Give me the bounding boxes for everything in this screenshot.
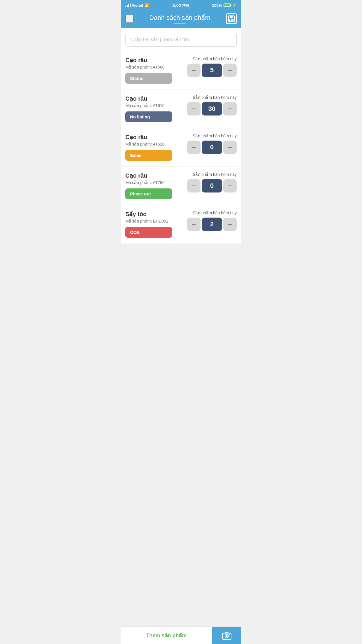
- product-code-4: Mã sản phẩm: BHD002: [125, 219, 187, 223]
- decrement-button-0[interactable]: −: [187, 64, 201, 77]
- product-code-1: Mã sản phẩm: AT610: [125, 103, 187, 108]
- search-container: [121, 28, 241, 51]
- page-title: Danh sách sản phẩm: [149, 14, 210, 22]
- product-left-0: Cạo râu Mã sản phẩm: AT600 Status Status…: [125, 57, 187, 84]
- carrier-label: Viettel: [132, 3, 143, 8]
- product-right-4: Sản phẩm bán hôm nay − 2 +: [187, 211, 237, 231]
- counter-label-4: Sản phẩm bán hôm nay: [193, 211, 237, 215]
- product-right-3: Sản phẩm bán hôm nay − 0 +: [187, 172, 237, 192]
- main-content: Cạo râu Mã sản phẩm: AT600 Status Status…: [121, 28, 241, 261]
- product-item: Cạo râu Mã sản phẩm: AT750 Phase out Sta…: [121, 167, 241, 205]
- header-underline: [174, 23, 186, 24]
- battery-percentage: 100%: [212, 3, 222, 8]
- product-left-3: Cạo râu Mã sản phẩm: AT750 Phase out Sta…: [125, 172, 187, 199]
- status-dropdown-4[interactable]: OOS Status No listing Sales Phase out OO…: [125, 227, 172, 238]
- decrement-button-1[interactable]: −: [187, 102, 201, 116]
- counter-label-1: Sản phẩm bán hôm nay: [193, 95, 237, 100]
- counter-control-2: − 0 +: [187, 141, 237, 154]
- product-name-3: Cạo râu: [125, 172, 187, 179]
- status-bar-left: Viettel 📶: [125, 3, 149, 8]
- increment-button-2[interactable]: +: [223, 141, 237, 154]
- product-right-2: Sản phẩm bán hôm nay − 0 +: [187, 134, 237, 154]
- header-title-block: Danh sách sản phẩm: [149, 14, 210, 24]
- product-left-2: Cạo râu Mã sản phẩm: AT620 Sales Status …: [125, 134, 187, 161]
- product-right-1: Sản phẩm bán hôm nay − 30 +: [187, 95, 237, 116]
- product-right-0: Sản phẩm bán hôm nay − 5 +: [187, 57, 237, 77]
- header: ← Danh sách sản phẩm: [121, 10, 241, 28]
- charging-icon: ⚡: [232, 3, 237, 7]
- counter-value-2: 0: [202, 141, 222, 154]
- product-item: Cạo râu Mã sản phẩm: AT610 No listing St…: [121, 90, 241, 128]
- counter-label-2: Sản phẩm bán hôm nay: [193, 134, 237, 138]
- counter-label-0: Sản phẩm bán hôm nay: [193, 57, 237, 61]
- counter-value-1: 30: [202, 102, 222, 116]
- product-code-3: Mã sản phẩm: AT750: [125, 180, 187, 185]
- product-item: Cạo râu Mã sản phẩm: AT620 Sales Status …: [121, 128, 241, 167]
- counter-value-3: 0: [202, 179, 222, 192]
- decrement-button-4[interactable]: −: [187, 218, 201, 231]
- decrement-button-3[interactable]: −: [187, 179, 201, 192]
- product-left-4: Sấy tóc Mã sản phẩm: BHD002 OOS Status N…: [125, 211, 187, 238]
- counter-value-4: 2: [202, 218, 222, 231]
- product-code-0: Mã sản phẩm: AT600: [125, 65, 187, 69]
- back-button[interactable]: ←: [125, 15, 133, 23]
- decrement-button-2[interactable]: −: [187, 141, 201, 154]
- product-name-1: Cạo râu: [125, 95, 187, 102]
- counter-control-4: − 2 +: [187, 218, 237, 231]
- increment-button-4[interactable]: +: [223, 218, 237, 231]
- status-dropdown-1[interactable]: No listing Status No listing Sales Phase…: [125, 111, 172, 122]
- product-name-2: Cạo râu: [125, 134, 187, 141]
- svg-rect-1: [230, 16, 233, 18]
- status-dropdown-0[interactable]: Status Status No listing Sales Phase out…: [125, 73, 172, 84]
- wifi-icon: 📶: [144, 3, 149, 8]
- status-bar-right: 100% ⚡: [212, 3, 237, 8]
- status-dropdown-3[interactable]: Phase out Status No listing Sales Phase …: [125, 188, 172, 199]
- signal-icon: [125, 3, 131, 7]
- counter-control-3: − 0 +: [187, 179, 237, 192]
- save-button[interactable]: [226, 13, 237, 24]
- search-input[interactable]: [125, 33, 237, 47]
- product-list: Cạo râu Mã sản phẩm: AT600 Status Status…: [121, 51, 241, 244]
- battery-icon: [224, 4, 231, 7]
- status-bar-time: 5:02 PM: [172, 3, 189, 8]
- increment-button-3[interactable]: +: [223, 179, 237, 192]
- status-bar: Viettel 📶 5:02 PM 100% ⚡: [121, 0, 241, 10]
- save-icon: [228, 15, 235, 22]
- product-name-4: Sấy tóc: [125, 211, 187, 218]
- product-name-0: Cạo râu: [125, 57, 187, 64]
- counter-value-0: 5: [202, 64, 222, 77]
- product-left-1: Cạo râu Mã sản phẩm: AT610 No listing St…: [125, 95, 187, 122]
- product-code-2: Mã sản phẩm: AT620: [125, 142, 187, 146]
- increment-button-1[interactable]: +: [223, 102, 237, 116]
- product-item: Sấy tóc Mã sản phẩm: BHD002 OOS Status N…: [121, 205, 241, 244]
- counter-control-0: − 5 +: [187, 64, 237, 77]
- counter-control-1: − 30 +: [187, 102, 237, 116]
- counter-label-3: Sản phẩm bán hôm nay: [193, 172, 237, 177]
- product-item: Cạo râu Mã sản phẩm: AT600 Status Status…: [121, 51, 241, 90]
- status-dropdown-2[interactable]: Sales Status No listing Sales Phase out …: [125, 150, 172, 161]
- svg-rect-3: [230, 19, 231, 21]
- increment-button-0[interactable]: +: [223, 64, 237, 77]
